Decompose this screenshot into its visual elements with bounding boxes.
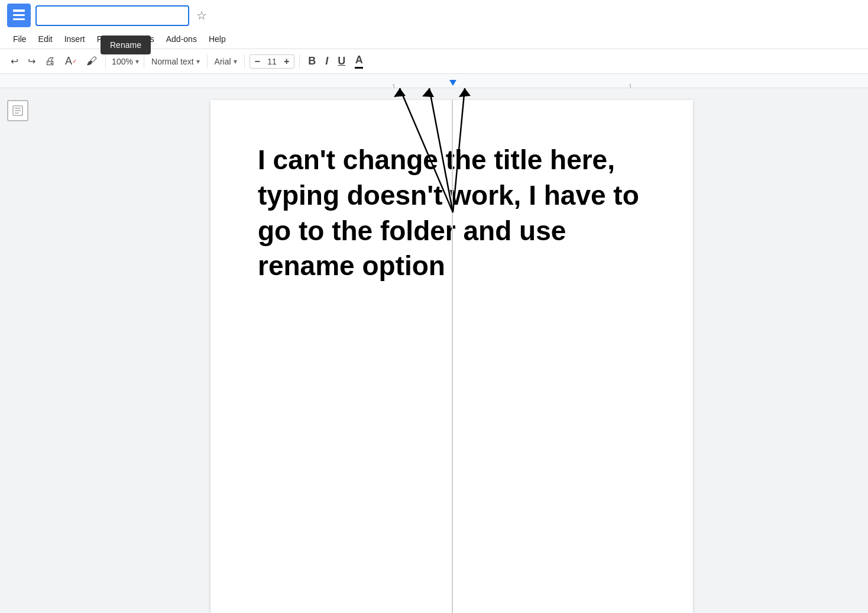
svg-rect-2 <box>13 14 25 16</box>
bold-button[interactable]: B <box>305 53 319 70</box>
zoom-control[interactable]: 100% ▾ <box>111 57 139 66</box>
divider-1 <box>105 54 106 69</box>
page-break-line <box>452 100 453 613</box>
paint-format-button[interactable]: 🖌 <box>83 53 101 70</box>
spell-check-button[interactable]: A✓ <box>61 53 80 70</box>
title-row: Untitled document ☆ <box>7 4 861 30</box>
svg-rect-3 <box>13 18 25 20</box>
menu-edit[interactable]: Edit <box>33 31 59 47</box>
paragraph-style-selector[interactable]: Normal text ▾ <box>149 54 202 69</box>
menu-insert[interactable]: Insert <box>59 31 91 47</box>
svg-marker-24 <box>422 88 434 97</box>
font-color-icon: A <box>355 54 363 66</box>
paragraph-style-value: Normal text <box>151 57 194 66</box>
svg-rect-1 <box>13 9 25 12</box>
divider-5 <box>299 54 300 69</box>
zoom-dropdown-icon: ▾ <box>135 57 139 66</box>
document-title-input[interactable]: Untitled document <box>35 5 189 26</box>
top-bar: Untitled document ☆ Rename File Edit Ins… <box>0 0 868 49</box>
font-family-selector[interactable]: Arial ▾ <box>212 54 239 69</box>
redo-button[interactable]: ↪ <box>24 53 39 69</box>
left-sidebar <box>0 88 35 613</box>
paragraph-dropdown-icon: ▾ <box>196 57 200 66</box>
star-button[interactable]: ☆ <box>194 6 209 25</box>
outline-svg <box>11 104 24 117</box>
docs-app-icon <box>7 4 31 27</box>
svg-marker-22 <box>394 88 406 97</box>
underline-button[interactable]: U <box>334 53 349 70</box>
font-color-button[interactable]: A <box>351 51 367 71</box>
font-size-increase-button[interactable]: + <box>281 55 292 68</box>
menu-file[interactable]: File <box>7 31 33 47</box>
font-size-value: 11 <box>264 57 280 66</box>
font-size-decrease-button[interactable]: − <box>252 55 263 68</box>
divider-3 <box>207 54 208 69</box>
font-family-dropdown-icon: ▾ <box>234 57 237 66</box>
document-page[interactable]: I can't change the title here, typing do… <box>210 100 693 613</box>
font-family-value: Arial <box>215 57 231 66</box>
content-area: I can't change the title here, typing do… <box>0 88 868 613</box>
divider-2 <box>144 54 144 69</box>
menu-help[interactable]: Help <box>203 31 232 47</box>
divider-4 <box>244 54 245 69</box>
print-button[interactable]: 🖨 <box>41 53 59 70</box>
ruler: 1 1 <box>0 74 868 88</box>
font-size-control: − 11 + <box>250 54 295 69</box>
italic-button[interactable]: I <box>322 53 332 70</box>
rename-tooltip: Rename <box>101 36 151 54</box>
document-page-container: I can't change the title here, typing do… <box>35 88 868 613</box>
svg-marker-26 <box>459 88 471 97</box>
menu-addons[interactable]: Add-ons <box>160 31 203 47</box>
zoom-value: 100% <box>111 57 134 66</box>
undo-button[interactable]: ↩ <box>7 53 22 69</box>
document-outline-icon[interactable] <box>7 100 28 121</box>
